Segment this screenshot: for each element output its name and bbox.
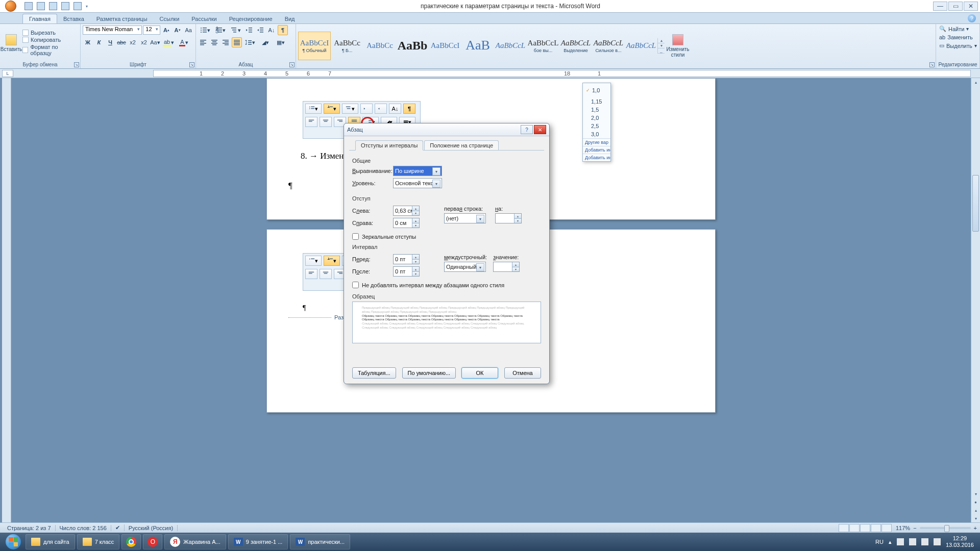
- dialog-tab-indents[interactable]: Отступы и интервалы: [355, 140, 423, 151]
- cut-button[interactable]: Вырезать: [22, 30, 78, 36]
- alignment-combo[interactable]: По ширине: [393, 166, 442, 176]
- help-icon[interactable]: ?: [968, 14, 976, 22]
- decrease-indent-button[interactable]: [244, 25, 254, 35]
- taskbar-item[interactable]: W9 занятие-1 ...: [228, 534, 288, 549]
- spacing-other[interactable]: Другие вар: [583, 138, 610, 146]
- page-indicator[interactable]: Страница: 2 из 7: [3, 525, 56, 531]
- action-center-icon[interactable]: [897, 538, 904, 545]
- zoom-in-icon[interactable]: +: [974, 525, 977, 531]
- tab-home[interactable]: Главная: [22, 14, 57, 23]
- horizontal-ruler[interactable]: 1234567 18 1: [153, 70, 971, 77]
- zoom-out-icon[interactable]: −: [913, 525, 916, 531]
- taskbar-item[interactable]: ЯЖаравина А...: [164, 534, 226, 549]
- style-item[interactable]: AaBbCcI: [429, 32, 461, 60]
- multilevel-list-button[interactable]: ▾: [229, 25, 243, 35]
- scroll-thumb[interactable]: [972, 175, 979, 232]
- tab-selector[interactable]: L: [2, 70, 13, 77]
- align-right-button[interactable]: [220, 37, 231, 47]
- dialog-help-button[interactable]: ?: [521, 125, 533, 134]
- indent-left-spin[interactable]: 0,63 см▴▾: [393, 206, 420, 216]
- redo-icon[interactable]: [49, 2, 57, 10]
- vertical-ruler[interactable]: [2, 78, 11, 522]
- save-icon[interactable]: [24, 2, 33, 10]
- dialog-close-button[interactable]: ✕: [534, 125, 546, 134]
- clear-formatting-button[interactable]: Aa: [183, 25, 193, 35]
- indent-right-spin[interactable]: 0 см▴▾: [393, 218, 420, 228]
- shrink-font-button[interactable]: A▾: [173, 25, 183, 35]
- clock[interactable]: 12:29 13.03.2016: [946, 535, 977, 548]
- quick-print-icon[interactable]: [74, 2, 82, 10]
- line-spacing-button[interactable]: ▾: [243, 37, 257, 47]
- borders-button[interactable]: ▦▾: [274, 37, 288, 47]
- level-combo[interactable]: Основной текст: [393, 178, 442, 188]
- spacing-1.5[interactable]: 1,5: [583, 106, 610, 114]
- tab-review[interactable]: Рецензирование: [223, 14, 279, 23]
- vertical-scrollbar[interactable]: ▴ ▾ ● ▴ ▾: [971, 78, 980, 522]
- zoom-level[interactable]: 117%: [896, 525, 910, 531]
- font-launcher-icon[interactable]: ↘: [189, 62, 194, 67]
- word-count[interactable]: Число слов: 2 156: [56, 525, 111, 531]
- language-indicator[interactable]: Русский (Россия): [125, 525, 178, 531]
- underline-button[interactable]: Ч: [105, 37, 115, 47]
- volume-icon[interactable]: [934, 538, 941, 545]
- style-item[interactable]: AaBbCc¶ Б...: [331, 32, 363, 60]
- dialog-tab-position[interactable]: Положение на странице: [424, 140, 499, 150]
- cancel-button[interactable]: Отмена: [504, 367, 541, 379]
- font-size-select[interactable]: 12: [143, 26, 160, 35]
- zoom-slider[interactable]: [920, 527, 971, 529]
- copy-button[interactable]: Копировать: [22, 37, 78, 43]
- tab-view[interactable]: Вид: [279, 14, 301, 23]
- network-icon[interactable]: [921, 538, 928, 545]
- no-add-space-check[interactable]: [352, 282, 359, 288]
- line-spacing-value-spin[interactable]: ▴▾: [493, 262, 520, 272]
- mirror-indents-check[interactable]: [352, 233, 359, 240]
- font-color-button[interactable]: A▾: [177, 37, 191, 47]
- input-language[interactable]: RU: [875, 539, 884, 545]
- taskbar-opera[interactable]: [143, 534, 162, 549]
- tab-insert[interactable]: Вставка: [57, 14, 90, 23]
- spacing-add-after[interactable]: Добавить инт: [583, 154, 610, 161]
- taskbar-chrome[interactable]: [121, 534, 141, 549]
- taskbar-item[interactable]: Wпрактически...: [290, 534, 350, 549]
- taskbar-item[interactable]: для сайта: [26, 534, 75, 549]
- tab-mailings[interactable]: Рассылки: [185, 14, 223, 23]
- first-line-combo[interactable]: (нет): [444, 213, 486, 223]
- before-spin[interactable]: 0 пт▴▾: [393, 254, 420, 264]
- style-normal[interactable]: AaBbCcI¶ Обычный: [298, 32, 331, 60]
- after-spin[interactable]: 0 пт▴▾: [393, 266, 420, 277]
- taskbar-item[interactable]: 7 класс: [77, 534, 120, 549]
- shading-button[interactable]: ◢▾: [258, 37, 273, 47]
- tray-arrow-icon[interactable]: ▴: [889, 539, 892, 545]
- style-item[interactable]: AaBbCcLВыделение: [559, 32, 592, 60]
- show-marks-button[interactable]: ¶: [278, 25, 288, 35]
- restore-button[interactable]: ▭: [948, 2, 963, 11]
- style-item[interactable]: AaB: [461, 32, 494, 60]
- view-buttons[interactable]: [839, 524, 892, 532]
- strikethrough-button[interactable]: abc: [116, 37, 127, 47]
- highlight-color-button[interactable]: ab▾: [161, 37, 176, 47]
- change-case-button[interactable]: Aa▾: [150, 37, 160, 47]
- bold-button[interactable]: Ж: [83, 37, 93, 47]
- change-styles-button[interactable]: Изменить стили: [665, 34, 691, 58]
- align-left-button[interactable]: [198, 37, 208, 47]
- spacing-2.5[interactable]: 2,5: [583, 122, 610, 130]
- styles-scroll[interactable]: ▴▾⎯: [657, 38, 665, 54]
- flag-icon[interactable]: [909, 538, 916, 545]
- superscript-button[interactable]: x2: [139, 37, 149, 47]
- style-item[interactable]: AaBbCcLбое вы...: [527, 32, 559, 60]
- justify-button[interactable]: [232, 37, 242, 47]
- undo-icon[interactable]: [37, 2, 45, 10]
- paragraph-launcher-icon[interactable]: ↘: [289, 62, 295, 67]
- spacing-1.15[interactable]: 1,15: [583, 97, 610, 106]
- spacing-3.0[interactable]: 3,0: [583, 130, 610, 138]
- print-preview-icon[interactable]: [61, 2, 69, 10]
- format-painter-button[interactable]: Формат по образцу: [22, 44, 78, 56]
- italic-button[interactable]: К: [94, 37, 104, 47]
- styles-launcher-icon[interactable]: ↘: [929, 62, 935, 67]
- close-window-button[interactable]: ✕: [964, 2, 978, 11]
- replace-button[interactable]: abЗаменить: [938, 34, 977, 41]
- clipboard-launcher-icon[interactable]: ↘: [74, 62, 79, 67]
- find-button[interactable]: 🔍Найти ▾: [938, 25, 977, 33]
- style-item[interactable]: AaBbCc: [363, 32, 396, 60]
- bullets-button[interactable]: ▾: [198, 25, 212, 35]
